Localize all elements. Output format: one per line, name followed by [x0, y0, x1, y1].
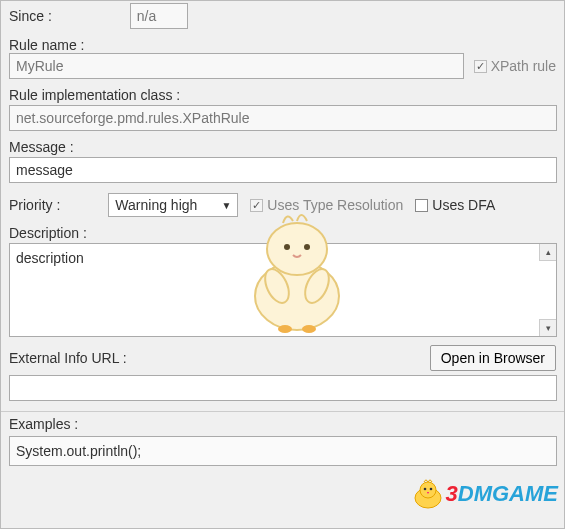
watermark-text-2: DM	[458, 481, 492, 507]
xpath-rule-checkbox-label: XPath rule	[491, 58, 556, 74]
priority-select[interactable]: Warning high ▼	[108, 193, 238, 217]
message-label: Message :	[9, 139, 74, 155]
examples-value: System.out.println();	[16, 443, 141, 459]
chick-icon	[410, 478, 446, 510]
chevron-down-icon: ▼	[221, 200, 231, 211]
open-in-browser-button[interactable]: Open in Browser	[430, 345, 556, 371]
impl-class-label: Rule implementation class :	[9, 87, 180, 103]
description-label: Description :	[9, 225, 87, 241]
priority-value: Warning high	[115, 197, 197, 213]
svg-point-9	[420, 482, 436, 498]
examples-label: Examples :	[9, 416, 78, 432]
watermark-text-3: GAME	[492, 481, 558, 507]
description-value: description	[16, 250, 84, 266]
impl-class-input	[9, 105, 557, 131]
scroll-down-button[interactable]: ▾	[539, 319, 556, 336]
watermark-logo: 3DMGAME	[410, 478, 558, 510]
since-input	[130, 3, 188, 29]
description-textarea[interactable]: description ▴ ▾	[9, 243, 557, 337]
scroll-up-button[interactable]: ▴	[539, 244, 556, 261]
svg-marker-12	[427, 492, 429, 494]
uses-dfa-label: Uses DFA	[432, 197, 495, 213]
svg-point-11	[429, 488, 432, 491]
uses-dfa-checkbox-box	[415, 199, 428, 212]
svg-point-8	[415, 488, 441, 508]
external-url-label: External Info URL :	[9, 350, 127, 366]
rule-name-input[interactable]	[9, 53, 464, 79]
uses-type-resolution-label: Uses Type Resolution	[267, 197, 403, 213]
examples-textarea[interactable]: System.out.println();	[9, 436, 557, 466]
divider	[1, 411, 564, 412]
uses-type-resolution-checkbox-box	[250, 199, 263, 212]
svg-point-10	[423, 488, 426, 491]
watermark-text-1: 3	[446, 481, 458, 507]
external-url-input[interactable]	[9, 375, 557, 401]
rule-name-label: Rule name :	[9, 37, 84, 53]
xpath-rule-checkbox-box	[474, 60, 487, 73]
uses-dfa-checkbox[interactable]: Uses DFA	[415, 197, 495, 213]
uses-type-resolution-checkbox: Uses Type Resolution	[250, 197, 403, 213]
xpath-rule-checkbox: XPath rule	[474, 58, 556, 74]
since-label: Since :	[9, 8, 52, 24]
priority-label: Priority :	[9, 197, 60, 213]
message-input[interactable]	[9, 157, 557, 183]
